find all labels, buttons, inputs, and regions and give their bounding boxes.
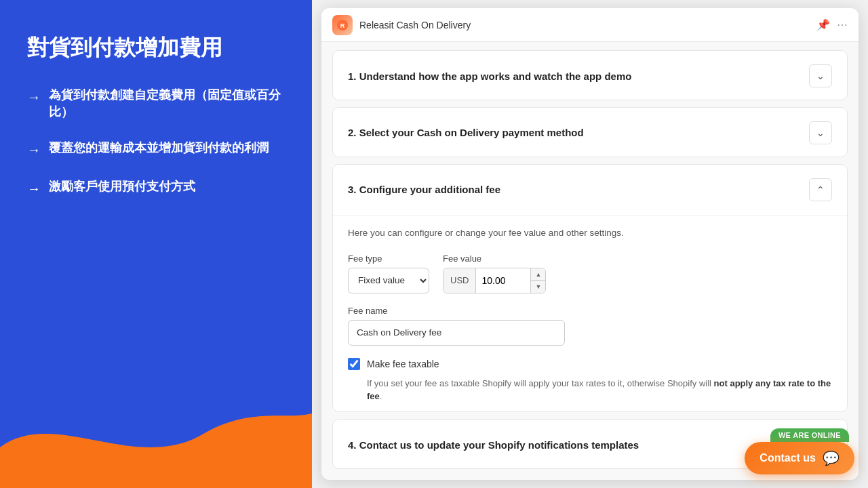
pin-icon[interactable]: 📌 bbox=[816, 18, 830, 31]
accordion-header-3[interactable]: 3. Configure your additional fee ⌃ bbox=[333, 165, 847, 215]
section-1-label: 1. Understand how the app works and watc… bbox=[348, 70, 631, 82]
list-item: → 激勵客戶使用預付支付方式 bbox=[27, 178, 285, 198]
list-item: → 覆蓋您的運輸成本並增加貨到付款的利潤 bbox=[27, 140, 285, 159]
title-bar: R Releasit Cash On Delivery 📌 ⋯ bbox=[321, 8, 859, 42]
fee-value-group: Fee value USD ▲ ▼ bbox=[443, 253, 546, 293]
more-icon[interactable]: ⋯ bbox=[837, 18, 848, 31]
chat-icon: 💬 bbox=[823, 450, 840, 466]
spinners: ▲ ▼ bbox=[530, 268, 545, 293]
section-4-label: 4. Contact us to update your Shopify not… bbox=[348, 439, 639, 451]
feature-list: → 為貨到付款創建自定義費用（固定值或百分比） → 覆蓋您的運輸成本並增加貨到付… bbox=[27, 87, 285, 198]
app-title: Releasit Cash On Delivery bbox=[359, 20, 810, 30]
accordion-header-2[interactable]: 2. Select your Cash on Delivery payment … bbox=[333, 108, 847, 157]
fee-type-label: Fee type bbox=[348, 253, 429, 264]
fee-amount-input[interactable] bbox=[476, 268, 530, 293]
taxable-checkbox-row: Make fee taxable bbox=[348, 358, 832, 370]
spinner-up[interactable]: ▲ bbox=[531, 268, 545, 281]
accordion-section-2: 2. Select your Cash on Delivery payment … bbox=[332, 107, 848, 157]
content-area: 1. Understand how the app works and watc… bbox=[321, 42, 859, 480]
accordion-header-1[interactable]: 1. Understand how the app works and watc… bbox=[333, 51, 847, 100]
taxable-checkbox[interactable] bbox=[348, 358, 360, 370]
chevron-down-1[interactable]: ⌄ bbox=[809, 64, 832, 87]
right-panel: R Releasit Cash On Delivery 📌 ⋯ 1. Under… bbox=[312, 0, 868, 488]
page-title: 對貨到付款增加費用 bbox=[27, 34, 285, 62]
section-3-label: 3. Configure your additional fee bbox=[348, 184, 500, 195]
contact-widget: WE ARE ONLINE Contact us 💬 bbox=[745, 428, 854, 474]
fee-name-input[interactable] bbox=[348, 320, 565, 346]
arrow-icon: → bbox=[27, 179, 41, 198]
fee-value-label: Fee value bbox=[443, 253, 546, 264]
section-3-desc: Here you can configure or change your fe… bbox=[348, 226, 832, 240]
accordion-section-3: 3. Configure your additional fee ⌃ Here … bbox=[332, 164, 848, 413]
arrow-icon: → bbox=[27, 140, 41, 159]
taxable-label[interactable]: Make fee taxable bbox=[367, 359, 439, 369]
currency-label: USD bbox=[443, 268, 476, 293]
title-bar-actions: 📌 ⋯ bbox=[816, 18, 848, 31]
section-2-label: 2. Select your Cash on Delivery payment … bbox=[348, 127, 584, 138]
tax-note: If you set your fee as taxable Shopify w… bbox=[367, 377, 832, 403]
chevron-down-2[interactable]: ⌄ bbox=[809, 121, 832, 144]
contact-label: Contact us bbox=[760, 452, 816, 464]
fee-value-input-group: USD ▲ ▼ bbox=[443, 268, 546, 293]
app-window: R Releasit Cash On Delivery 📌 ⋯ 1. Under… bbox=[321, 8, 859, 480]
fee-type-select[interactable]: Fixed value Percentage bbox=[348, 268, 429, 293]
left-panel: 對貨到付款增加費用 → 為貨到付款創建自定義費用（固定值或百分比） → 覆蓋您的… bbox=[0, 0, 312, 488]
spinner-down[interactable]: ▼ bbox=[531, 281, 545, 293]
fee-type-value-row: Fee type Fixed value Percentage Fee valu… bbox=[348, 253, 832, 293]
list-item: → 為貨到付款創建自定義費用（固定值或百分比） bbox=[27, 87, 285, 121]
app-logo: R bbox=[332, 15, 353, 35]
accordion-body-3: Here you can configure or change your fe… bbox=[333, 215, 847, 413]
fee-name-label: Fee name bbox=[348, 306, 832, 316]
online-badge: WE ARE ONLINE bbox=[770, 428, 849, 442]
app-logo-icon: R bbox=[336, 19, 349, 31]
fee-name-group: Fee name bbox=[348, 306, 832, 346]
svg-text:R: R bbox=[340, 22, 345, 28]
chevron-up-3[interactable]: ⌃ bbox=[809, 178, 832, 201]
contact-button[interactable]: Contact us 💬 bbox=[745, 442, 854, 474]
fee-type-group: Fee type Fixed value Percentage bbox=[348, 253, 429, 293]
arrow-icon: → bbox=[27, 87, 41, 106]
accordion-section-1: 1. Understand how the app works and watc… bbox=[332, 50, 848, 100]
